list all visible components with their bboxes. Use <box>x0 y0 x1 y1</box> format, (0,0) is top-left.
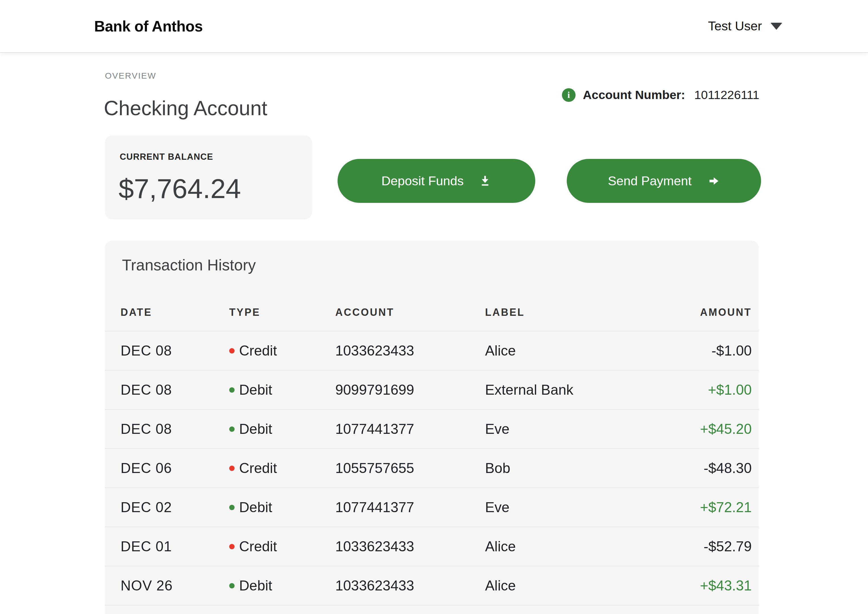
info-icon[interactable]: i <box>562 88 575 102</box>
send-payment-label: Send Payment <box>608 174 691 188</box>
transaction-table: DATE TYPE ACCOUNT LABEL AMOUNT DEC 08 Cr… <box>105 276 759 614</box>
current-balance-card: CURRENT BALANCE $7,764.24 <box>105 135 312 219</box>
current-balance-label: CURRENT BALANCE <box>120 152 213 162</box>
column-header-type: TYPE <box>229 306 335 318</box>
page-title: Checking Account <box>104 96 267 120</box>
type-dot-icon <box>229 387 235 393</box>
transaction-date: NOV 26 <box>121 577 229 594</box>
transaction-account: 1077441377 <box>335 421 485 437</box>
type-dot-icon <box>229 348 235 354</box>
chevron-down-icon <box>770 23 782 30</box>
transaction-amount: +$72.21 <box>632 499 752 516</box>
transaction-amount: +$1.00 <box>632 381 752 398</box>
transaction-account: 1077441377 <box>335 499 485 516</box>
transaction-date: DEC 08 <box>121 421 229 437</box>
user-menu-label: Test User <box>708 19 762 34</box>
brand-logo: Bank of Anthos <box>94 18 203 35</box>
transaction-label: External Bank <box>485 381 632 398</box>
transaction-label: Alice <box>485 577 632 594</box>
transaction-date: DEC 08 <box>121 343 229 359</box>
type-dot-icon <box>229 583 235 588</box>
transaction-type: Credit <box>229 460 335 476</box>
transaction-amount: -$1.00 <box>632 343 752 359</box>
send-payment-button[interactable]: Send Payment <box>567 159 761 203</box>
transaction-label: Bob <box>485 460 632 476</box>
transaction-account: 1033623433 <box>335 343 485 359</box>
table-row: DEC 02 Debit 1077441377 Eve +$72.21 <box>105 487 759 527</box>
transaction-amount: +$45.20 <box>632 421 752 437</box>
type-dot-icon <box>229 505 235 510</box>
type-dot-icon <box>229 544 235 549</box>
transaction-label: Eve <box>485 421 632 437</box>
transaction-label: Alice <box>485 538 632 555</box>
transaction-type: Debit <box>229 381 335 398</box>
table-row-partial <box>105 605 759 614</box>
transaction-type: Credit <box>229 343 335 359</box>
current-balance-amount: $7,764.24 <box>119 173 241 205</box>
account-number-label: Account Number: <box>583 88 685 102</box>
deposit-funds-button[interactable]: Deposit Funds <box>338 159 535 203</box>
transaction-type-label: Credit <box>239 538 277 555</box>
column-header-amount: AMOUNT <box>632 306 752 318</box>
transaction-date: DEC 02 <box>121 499 229 516</box>
transaction-date: DEC 01 <box>121 538 229 555</box>
arrow-right-icon <box>707 175 720 187</box>
transaction-label: Eve <box>485 499 632 516</box>
deposit-funds-label: Deposit Funds <box>381 174 463 188</box>
transaction-type-label: Debit <box>239 577 272 594</box>
type-dot-icon <box>229 466 235 471</box>
transaction-type-label: Debit <box>239 421 272 437</box>
table-row: DEC 08 Credit 1033623433 Alice -$1.00 <box>105 331 759 370</box>
transaction-rows: DEC 08 Credit 1033623433 Alice -$1.00 DE… <box>105 331 759 605</box>
table-row: DEC 08 Debit 1077441377 Eve +$45.20 <box>105 409 759 448</box>
column-header-date: DATE <box>121 306 229 318</box>
transaction-amount: -$48.30 <box>632 460 752 476</box>
transaction-type-label: Credit <box>239 343 277 359</box>
transaction-type-label: Credit <box>239 460 277 476</box>
transaction-amount: -$52.79 <box>632 538 752 555</box>
column-header-account: ACCOUNT <box>335 306 485 318</box>
transaction-type: Debit <box>229 421 335 437</box>
transaction-date: DEC 08 <box>121 381 229 398</box>
transaction-account: 1033623433 <box>335 538 485 555</box>
transaction-type-label: Debit <box>239 381 272 398</box>
transaction-type-label: Debit <box>239 499 272 516</box>
table-row: DEC 08 Debit 9099791699 External Bank +$… <box>105 370 759 409</box>
user-menu[interactable]: Test User <box>708 19 782 34</box>
transaction-type: Debit <box>229 499 335 516</box>
transaction-account: 1055757655 <box>335 460 485 476</box>
app-header: Bank of Anthos Test User <box>0 0 868 53</box>
transaction-history-title: Transaction History <box>122 256 256 274</box>
column-header-label: LABEL <box>485 306 632 318</box>
table-row: DEC 01 Credit 1033623433 Alice -$52.79 <box>105 527 759 566</box>
table-row: DEC 06 Credit 1055757655 Bob -$48.30 <box>105 448 759 487</box>
transaction-date: DEC 06 <box>121 460 229 476</box>
account-number-value: 1011226111 <box>694 88 760 102</box>
download-icon <box>479 175 491 188</box>
transaction-type: Debit <box>229 577 335 594</box>
transaction-account: 9099791699 <box>335 381 485 398</box>
table-row: NOV 26 Debit 1033623433 Alice +$43.31 <box>105 566 759 605</box>
overview-eyebrow: OVERVIEW <box>105 71 156 81</box>
transaction-type: Credit <box>229 538 335 555</box>
checking-account-page: Bank of Anthos Test User OVERVIEW Checki… <box>0 0 868 614</box>
account-info: i Account Number: 1011226111 <box>562 88 760 102</box>
transaction-table-header: DATE TYPE ACCOUNT LABEL AMOUNT <box>105 276 759 331</box>
transaction-history-card: Transaction History DATE TYPE ACCOUNT LA… <box>105 240 759 614</box>
type-dot-icon <box>229 426 235 432</box>
transaction-account: 1033623433 <box>335 577 485 594</box>
transaction-amount: +$43.31 <box>632 577 752 594</box>
transaction-label: Alice <box>485 343 632 359</box>
